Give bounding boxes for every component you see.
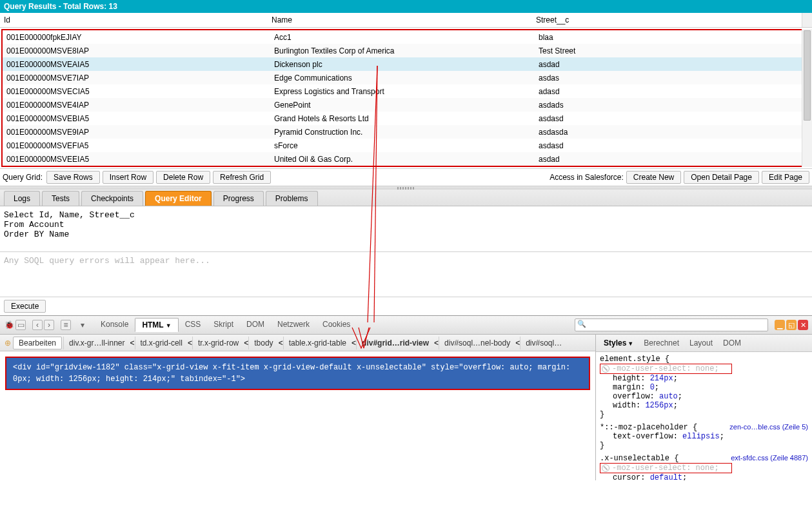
styles-body[interactable]: element.style { -moz-user-select: none; … — [596, 352, 812, 480]
devtools-close-icon[interactable]: ✕ — [798, 320, 808, 330]
table-row[interactable]: 001E000000MSVE4IAPGenePointasdads — [3, 98, 809, 112]
tab-progress[interactable]: Progress — [213, 191, 264, 206]
cell-street[interactable]: blaa — [535, 31, 809, 44]
tab-problems[interactable]: Problems — [266, 191, 318, 206]
css-prop-value[interactable]: auto — [659, 392, 678, 401]
cell-street[interactable]: adasd — [535, 85, 809, 98]
table-row[interactable]: 001E000000MSVECIA5Express Logistics and … — [3, 84, 809, 98]
cell-id[interactable]: 001E000000MSVEAIA5 — [3, 58, 270, 71]
table-row[interactable]: 001E000000fpkEJIAYAcc1blaa — [3, 30, 809, 44]
cell-name[interactable]: United Oil & Gas Corp. — [270, 153, 535, 166]
scrollbar-thumb[interactable] — [804, 30, 811, 121]
css-prop-name[interactable]: overflow — [613, 392, 650, 401]
table-row[interactable]: 001E000000MSVEBIA5Grand Hotels & Resorts… — [3, 112, 809, 125]
styles-tab-styles[interactable]: Styles▼ — [601, 337, 636, 349]
css-prop-value[interactable]: 1256px — [645, 401, 673, 410]
devtools-popout-icon[interactable]: ◱ — [786, 320, 797, 330]
refresh-grid-button[interactable]: Refresh Grid — [213, 171, 271, 184]
devtools-tab-css[interactable]: CSS — [179, 318, 208, 332]
css-prop-name[interactable]: margin — [613, 383, 640, 392]
styles-tab-dom[interactable]: DOM — [720, 337, 744, 349]
devtools-tab-skript[interactable]: Skript — [207, 318, 240, 332]
devtools-search-input[interactable] — [575, 319, 768, 331]
cell-name[interactable]: Dickenson plc — [270, 58, 535, 71]
devtools-tab-konsole[interactable]: Konsole — [94, 318, 135, 332]
save-rows-button[interactable]: Save Rows — [46, 171, 100, 184]
css-prop-value[interactable]: default — [650, 473, 682, 480]
crumb-4[interactable]: tbody — [248, 337, 278, 349]
splitter[interactable] — [0, 186, 812, 190]
cell-id[interactable]: 001E000000MSVE4IAP — [3, 99, 270, 112]
table-row[interactable]: 001E000000MSVE7IAPEdge Communicationsasd… — [3, 71, 809, 84]
target-icon[interactable]: ⊕ — [3, 338, 13, 348]
cell-name[interactable]: sForce — [270, 139, 535, 152]
css-prop-disabled[interactable]: -moz-user-select: none; — [612, 464, 719, 473]
crumb-2[interactable]: td.x-grid-cell — [135, 337, 188, 349]
devtools-tab-html[interactable]: HTML▼ — [135, 318, 178, 332]
cell-street[interactable]: asdad — [535, 153, 809, 166]
firebug-icon[interactable]: 🐞 — [4, 320, 14, 330]
column-header-id[interactable]: Id — [0, 13, 268, 27]
cell-id[interactable]: 001E000000MSVECIA5 — [3, 85, 270, 98]
crumb-1[interactable]: div.x-gr…ll-inner — [63, 337, 130, 349]
selected-element-source[interactable]: <div id="gridview-1182" class="x-grid-vi… — [5, 357, 590, 390]
cell-name[interactable]: Grand Hotels & Resorts Ltd — [270, 112, 535, 125]
crumb-6[interactable]: div#grid…rid-view — [356, 337, 434, 349]
cell-street[interactable]: asdasda — [535, 126, 809, 139]
cell-name[interactable]: Pyramid Construction Inc. — [270, 126, 535, 139]
tab-tests[interactable]: Tests — [42, 191, 79, 206]
table-row[interactable]: 001E000000MSVE8IAPBurlington Textiles Co… — [3, 44, 809, 57]
devtools-minimize-icon[interactable]: ▁ — [775, 320, 785, 330]
styles-tab-layout[interactable]: Layout — [687, 337, 715, 349]
forward-icon[interactable]: › — [44, 320, 54, 330]
css-prop-name[interactable]: height — [613, 374, 640, 383]
caret-down-icon[interactable]: ▾ — [77, 320, 88, 330]
delete-row-button[interactable]: Delete Row — [156, 171, 210, 184]
tab-query-editor[interactable]: Query Editor — [145, 191, 212, 206]
table-row[interactable]: 001E000000MSVEEIA5United Oil & Gas Corp.… — [3, 152, 809, 166]
tab-logs[interactable]: Logs — [4, 191, 40, 206]
cell-id[interactable]: 001E000000fpkEJIAY — [3, 31, 270, 44]
devtools-tab-netzwerk[interactable]: Netzwerk — [271, 318, 316, 332]
styles-tab-berechnet[interactable]: Berechnet — [641, 337, 682, 349]
cell-name[interactable]: Express Logistics and Transport — [270, 85, 535, 98]
cell-id[interactable]: 001E000000MSVEFIA5 — [3, 139, 270, 152]
execute-button[interactable]: Execute — [4, 300, 46, 313]
cell-street[interactable]: asdasd — [535, 139, 809, 152]
css-source-link[interactable]: ext-sfdc.css (Zeile 4887) — [731, 454, 808, 462]
cell-id[interactable]: 001E000000MSVE9IAP — [3, 126, 270, 139]
crumb-8[interactable]: div#soql… — [520, 337, 567, 349]
html-source-pane[interactable]: <div id="gridview-1182" class="x-grid-vi… — [0, 351, 595, 395]
vertical-scrollbar[interactable] — [802, 29, 812, 167]
soql-editor[interactable]: Select Id, Name, Street__c From Account … — [0, 206, 812, 251]
cell-id[interactable]: 001E000000MSVE8IAP — [3, 44, 270, 57]
crumb-7[interactable]: div#soql…nel-body — [439, 337, 515, 349]
cell-name[interactable]: Burlington Textiles Corp of America — [270, 44, 535, 57]
css-prop-value[interactable]: ellipsis — [682, 432, 720, 441]
inspect-icon[interactable]: ▭ — [15, 320, 26, 330]
table-row[interactable]: 001E000000MSVEAIA5Dickenson plcasdad — [3, 57, 809, 71]
css-prop-name[interactable]: cursor — [613, 473, 640, 480]
cell-name[interactable]: Edge Communications — [270, 72, 535, 84]
create-new-button[interactable]: Create New — [626, 171, 681, 184]
edit-page-button[interactable]: Edit Page — [762, 171, 809, 184]
cell-street[interactable]: Test Street — [535, 44, 809, 57]
cell-street[interactable]: asdasd — [535, 112, 809, 125]
css-source-link[interactable]: zen-co…ble.css (Zeile 5) — [729, 423, 808, 431]
cell-name[interactable]: GenePoint — [270, 99, 535, 112]
css-prop-name[interactable]: text-overflow — [613, 432, 673, 441]
cell-street[interactable]: asdas — [535, 72, 809, 84]
css-prop-value[interactable]: 0 — [650, 383, 655, 392]
tab-checkpoints[interactable]: Checkpoints — [81, 191, 143, 206]
table-row[interactable]: 001E000000MSVE9IAPPyramid Construction I… — [3, 125, 809, 139]
cell-street[interactable]: asdads — [535, 99, 809, 112]
css-prop-name[interactable]: width — [613, 401, 636, 410]
menu-icon[interactable]: ≡ — [61, 320, 71, 330]
devtools-tab-cookies[interactable]: Cookies — [316, 318, 357, 332]
cell-id[interactable]: 001E000000MSVEBIA5 — [3, 112, 270, 125]
cell-id[interactable]: 001E000000MSVE7IAP — [3, 72, 270, 84]
crumb-3[interactable]: tr.x-grid-row — [192, 337, 244, 349]
crumb-5[interactable]: table.x-grid-table — [283, 337, 352, 349]
cell-id[interactable]: 001E000000MSVEEIA5 — [3, 153, 270, 166]
cell-street[interactable]: asdad — [535, 58, 809, 71]
